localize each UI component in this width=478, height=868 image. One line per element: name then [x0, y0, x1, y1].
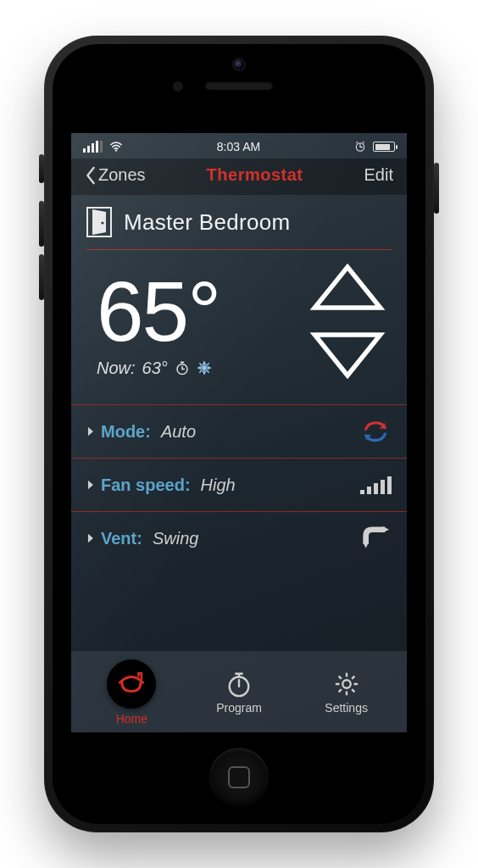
tab-program-label: Program	[216, 701, 262, 715]
swing-icon	[361, 526, 390, 551]
volume-down-button[interactable]	[39, 254, 44, 300]
tab-home[interactable]: Home	[93, 659, 170, 726]
proximity-sensor	[173, 81, 183, 92]
back-label: Zones	[98, 165, 146, 185]
tab-home-label: Home	[116, 712, 147, 726]
svg-point-0	[115, 150, 117, 152]
tab-settings-label: Settings	[325, 701, 368, 715]
battery-icon	[373, 142, 395, 152]
svg-point-3	[101, 221, 103, 224]
setpoint-temp: 65°	[97, 269, 220, 353]
fan-label: Fan speed:	[101, 476, 191, 495]
vent-value: Swing	[153, 529, 198, 548]
snowflake-icon	[197, 360, 212, 376]
screen: 8:03 AM Zones Thermostat Edit	[71, 133, 407, 732]
tab-program[interactable]: Program	[201, 670, 277, 715]
earpiece-speaker	[205, 81, 273, 90]
nav-bar: Zones Thermostat Edit	[71, 159, 407, 195]
caret-right-icon	[86, 426, 94, 437]
caret-right-icon	[86, 480, 94, 490]
fan-speed-row[interactable]: Fan speed: High	[71, 458, 407, 511]
temp-down-button[interactable]	[308, 330, 386, 384]
temp-up-button[interactable]	[308, 262, 386, 316]
fan-value: High	[201, 476, 236, 495]
status-bar: 8:03 AM	[71, 133, 407, 159]
mute-switch[interactable]	[39, 154, 44, 183]
front-camera	[234, 59, 244, 70]
timer-icon	[175, 360, 190, 376]
nav-title: Thermostat	[207, 165, 303, 185]
home-button[interactable]	[209, 748, 269, 807]
power-button[interactable]	[434, 163, 439, 214]
vent-label: Vent:	[101, 529, 142, 548]
chevron-left-icon	[85, 166, 97, 185]
mode-label: Mode:	[101, 422, 151, 442]
back-button[interactable]: Zones	[85, 165, 146, 185]
volume-up-button[interactable]	[39, 201, 44, 247]
divider	[86, 249, 392, 250]
room-header: Master Bedroom	[71, 195, 407, 249]
settings-list: Mode: Auto Fan speed: High	[71, 404, 407, 565]
now-value: 63°	[142, 359, 168, 378]
stopwatch-icon	[225, 670, 253, 698]
room-name: Master Bedroom	[124, 209, 290, 236]
signal-icon	[83, 141, 103, 153]
now-label: Now:	[97, 359, 136, 378]
auto-cycle-icon	[361, 419, 390, 444]
edit-button[interactable]: Edit	[364, 165, 393, 185]
status-time: 8:03 AM	[217, 140, 260, 153]
gear-icon	[333, 670, 360, 698]
svg-point-6	[342, 680, 350, 687]
mode-row[interactable]: Mode: Auto	[71, 404, 407, 458]
mode-value: Auto	[161, 422, 196, 442]
wifi-icon	[109, 142, 123, 152]
home-icon	[117, 670, 146, 698]
alarm-icon	[354, 141, 366, 153]
current-temp-row: Now: 63°	[97, 359, 220, 378]
caret-right-icon	[86, 533, 94, 543]
temperature-panel: 65° Now: 63°	[71, 250, 407, 391]
tab-settings[interactable]: Settings	[308, 670, 385, 715]
phone-frame: 8:03 AM Zones Thermostat Edit	[44, 36, 434, 832]
fan-speed-icon	[361, 472, 390, 498]
tab-bar: Home Program Settings	[71, 651, 407, 732]
vent-row[interactable]: Vent: Swing	[71, 511, 407, 565]
door-icon	[86, 207, 112, 237]
